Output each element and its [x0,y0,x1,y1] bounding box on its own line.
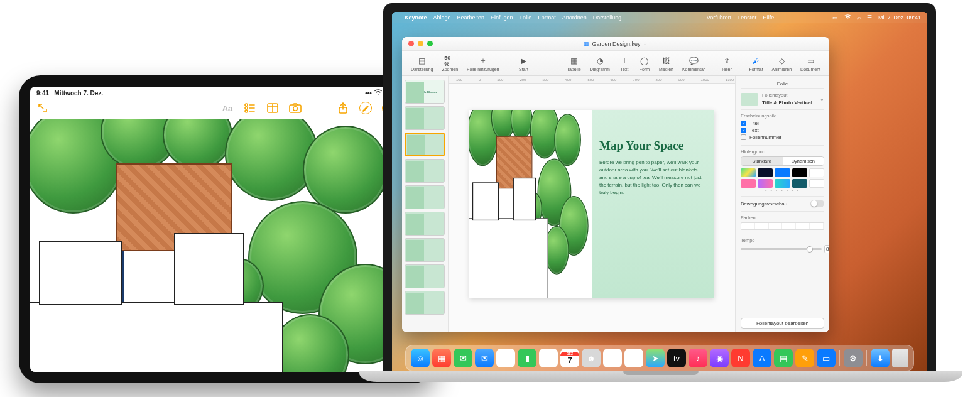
slide-text-block[interactable]: Map Your Space Before we bring pen to pa… [592,110,714,298]
dock-app-maps[interactable]: ➤ [646,349,665,367]
slide-thumb-1[interactable]: Gardens & Blooms [405,80,445,104]
macos-menubar[interactable]: Keynote Ablage Bearbeiten Einfügen Folie… [392,12,927,23]
dock-app-news[interactable]: N [731,349,750,367]
toolbar-media[interactable]: 🖼Medien [655,54,677,73]
dock-app-launchpad[interactable]: ▦ [432,349,451,367]
zoom-button[interactable] [427,41,433,46]
toolbar-animate[interactable]: ◇Animieren [768,54,796,73]
dock-app-contacts[interactable]: ☻ [582,349,601,367]
checkbox-slidenumber[interactable]: Foliennummer [741,134,824,140]
dock-app-music[interactable]: ♪ [689,349,707,367]
dock-app-podcasts[interactable]: ◉ [710,349,729,367]
slide-layout-picker[interactable]: Folienlayout Title & Photo Vertical ⌄ [741,92,824,106]
slide-navigator[interactable]: Gardens & Blooms [402,76,449,332]
app-name[interactable]: Keynote [405,14,427,21]
dock-app-keynote[interactable]: ▭ [817,349,836,367]
slide-thumb[interactable] [405,106,445,130]
inspector-tab-title[interactable]: Folie [741,80,824,89]
macos-dock[interactable]: ☺▦✉✉◎▮✿DEZ7☻⋮✎➤tv♪◉NA▤✎▭⚙⬇ [405,345,914,371]
toggle[interactable] [810,200,824,207]
edit-layout-button[interactable]: Folienlayout bearbeiten [741,318,824,329]
document-title[interactable]: ▦ Garden Design.key ⌄ [584,41,647,47]
background-segment[interactable]: Standard Dynamisch [741,156,824,166]
tempo-value[interactable]: 88 [824,245,829,253]
slide-body[interactable]: Before we bring pen to paper, we'll walk… [599,159,703,197]
toolbar-view[interactable]: ▤ Darstellung [407,54,437,73]
checkbox-text[interactable]: ✓Text [741,128,824,133]
toolbar-share[interactable]: ⇪Teilen [717,54,736,73]
toolbar-table[interactable]: ▦Tabelle [563,54,584,73]
toolbar-add-slide[interactable]: ＋ Folie hinzufügen [463,54,503,73]
menu-item[interactable]: Vorführen [707,14,731,21]
close-button[interactable] [408,41,414,46]
minimize-button[interactable] [418,41,423,46]
dock-app-numbers[interactable]: ▤ [774,349,793,367]
toolbar-zoom[interactable]: 50 % Zoomen [438,54,462,73]
menu-item[interactable]: Format [538,14,556,21]
slide-thumb[interactable] [405,291,445,315]
dock-downloads[interactable]: ⬇ [871,349,890,367]
menu-item[interactable]: Einfügen [491,14,513,21]
dock-app-calendar[interactable]: DEZ7 [560,349,579,367]
dock-app-reminders[interactable]: ⋮ [603,349,622,367]
menu-item[interactable]: Ablage [433,14,451,21]
dock-app-messages[interactable]: ✉ [454,349,472,367]
slide-canvas[interactable]: -1000 100200 300400 500600 700800 900100… [449,76,735,332]
tempo-slider[interactable] [741,248,822,250]
checkbox-title[interactable]: ✓Titel [741,121,824,126]
slide[interactable]: Map Your Space Before we bring pen to pa… [469,110,714,298]
window-controls[interactable] [402,41,433,46]
dock-app-appstore[interactable]: A [753,349,771,367]
control-center-icon[interactable]: ☰ [867,14,872,21]
dock-app-finder[interactable]: ☺ [411,349,430,367]
markup-icon[interactable] [359,102,372,114]
battery-icon[interactable]: ▭ [832,14,838,21]
slide-image[interactable] [469,110,592,298]
motion-preview-toggle[interactable]: Bewegungsvorschau [741,200,824,207]
dock-app-safari[interactable]: ◎ [496,349,515,367]
toolbar-play[interactable]: ▶ Start [514,54,533,73]
table-icon[interactable] [266,102,279,114]
chevron-down-icon[interactable]: ⌄ [643,41,648,46]
chevron-down-icon[interactable]: ⌄ [820,96,824,102]
wifi-icon[interactable] [844,14,851,21]
checklist-icon[interactable] [244,102,256,114]
toolbar-text[interactable]: TText [615,54,634,73]
background-swatches[interactable] [741,168,824,188]
slide-thumb-selected[interactable] [405,133,445,156]
textstyle-button[interactable]: Aa [221,102,234,114]
slide-thumb[interactable] [405,264,445,288]
window-titlebar[interactable]: ▦ Garden Design.key ⌄ [402,37,829,51]
menu-item[interactable]: Fenster [738,14,757,21]
menubar-clock[interactable]: Mi. 7. Dez. 09:41 [878,14,921,21]
slide-thumb[interactable] [405,238,445,262]
dock-app-pages[interactable]: ✎ [795,349,814,367]
dock-app-photos[interactable]: ✿ [539,349,558,367]
dock-app-settings[interactable]: ⚙ [844,349,863,367]
toolbar-comment[interactable]: 💬Kommentar [678,54,709,73]
dock-app-mail[interactable]: ✉ [475,349,494,367]
share-icon[interactable] [337,102,349,114]
dock-app-notes[interactable]: ✎ [624,349,643,367]
toolbar-format[interactable]: 🖌Format [745,54,766,73]
menu-item[interactable]: Darstellung [593,14,622,21]
collapse-sidebar-icon[interactable] [36,102,49,114]
swatch-pager[interactable]: • • • • • • • [741,188,824,192]
dock-app-tv[interactable]: tv [667,349,686,367]
slide-heading[interactable]: Map Your Space [599,139,703,153]
camera-icon[interactable] [289,102,302,114]
menu-item[interactable]: Hilfe [763,14,774,21]
slide-thumb[interactable] [405,185,445,209]
menu-item[interactable]: Folie [520,14,532,21]
toolbar-shape[interactable]: ◯Form [635,54,654,73]
slide-thumb[interactable] [405,212,445,236]
dock-app-facetime[interactable]: ▮ [518,349,536,367]
color-strip[interactable] [741,222,824,230]
toolbar-document[interactable]: ▭Dokument [797,54,824,73]
slide-thumb[interactable] [405,159,445,183]
search-icon[interactable]: ⌕ [858,14,861,21]
note-canvas[interactable]: ↶ ↷ ⊕ Ⓐ [30,119,423,372]
menu-item[interactable]: Anordnen [562,14,587,21]
toolbar-chart[interactable]: ◔Diagramm [586,54,614,73]
menu-item[interactable]: Bearbeiten [457,14,485,21]
